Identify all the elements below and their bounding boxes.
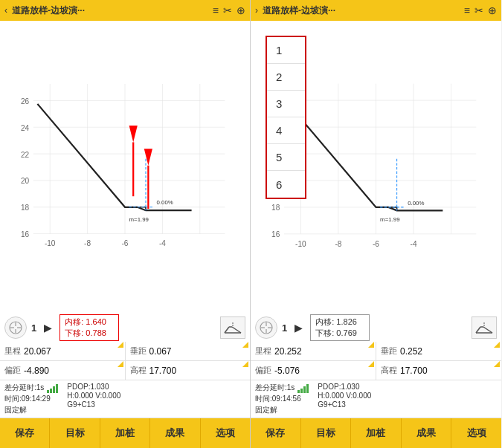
right-compass-btn[interactable] bbox=[255, 316, 277, 339]
right-offset-value: -5.076 bbox=[274, 366, 300, 376]
right-mileage-tri bbox=[368, 342, 374, 348]
left-save-btn[interactable]: 保存 bbox=[0, 418, 50, 448]
left-offset-label: 偏距 bbox=[4, 365, 21, 376]
left-tool-icon[interactable]: ✂ bbox=[223, 4, 232, 16]
right-menu-icon[interactable]: ≡ bbox=[464, 4, 470, 16]
right-signal-bars bbox=[297, 383, 309, 393]
right-pdop-row: PDOP:1.030 bbox=[318, 383, 371, 391]
right-satellite-label: G9+C13 bbox=[318, 400, 346, 409]
right-target-btn[interactable]: 目标 bbox=[301, 418, 352, 448]
rbar4 bbox=[306, 384, 309, 393]
right-header: › 道路放样-边坡演··· ≡ ✂ ⊕ bbox=[251, 0, 501, 21]
right-target-icon[interactable]: ⊕ bbox=[488, 4, 497, 16]
left-compass-btn[interactable] bbox=[4, 316, 27, 339]
left-diff-row: 差分延时:1s bbox=[4, 383, 58, 393]
left-info-bar: 1 ▶ 内移: 1.640 下移: 0.788 bbox=[0, 314, 250, 342]
popup-item-4[interactable]: 4 bbox=[267, 117, 305, 144]
left-vdist-value: 0.067 bbox=[149, 346, 172, 357]
left-shift-box: 内移: 1.640 下移: 0.788 bbox=[59, 314, 119, 342]
left-pdop-label: PDOP:1.030 bbox=[67, 383, 109, 391]
left-offset-tri bbox=[118, 361, 123, 367]
popup-item-5[interactable]: 5 bbox=[267, 144, 305, 171]
right-offset-cell: 偏距 -5.076 bbox=[251, 361, 376, 380]
right-mileage-cell: 里程 20.252 bbox=[251, 342, 376, 360]
left-mileage-cell: 里程 20.067 bbox=[0, 342, 126, 360]
left-satellite-row: G9+C13 bbox=[67, 400, 120, 409]
right-terrain-icon[interactable] bbox=[472, 316, 497, 339]
right-vdist-cell: 垂距 0.252 bbox=[376, 342, 501, 360]
right-elev-cell: 高程 17.700 bbox=[376, 361, 501, 380]
svg-text:-6: -6 bbox=[373, 240, 379, 248]
left-fix-label: 固定解 bbox=[4, 406, 27, 414]
right-nav-btn[interactable]: ▶ bbox=[292, 320, 306, 335]
right-mileage-label: 里程 bbox=[255, 345, 271, 357]
left-down-move: 下移: 0.788 bbox=[65, 328, 114, 339]
left-target-btn[interactable]: 目标 bbox=[50, 418, 100, 448]
left-options-btn[interactable]: 选项 bbox=[201, 418, 250, 448]
left-nav-btn[interactable]: ▶ bbox=[41, 320, 55, 335]
right-back-arrow[interactable]: › bbox=[255, 5, 258, 16]
left-header: ‹ 道路放样-边坡演··· ≡ ✂ ⊕ bbox=[0, 0, 250, 21]
svg-text:-10: -10 bbox=[45, 239, 56, 247]
right-stats: 里程 20.252 垂距 0.252 偏距 -5.076 高程 17.700 bbox=[251, 342, 501, 380]
left-result-btn[interactable]: 成果 bbox=[150, 418, 200, 448]
left-offset-value: -4.890 bbox=[24, 366, 49, 376]
svg-line-37 bbox=[232, 327, 241, 333]
right-vdist-value: 0.252 bbox=[400, 346, 422, 357]
right-save-btn[interactable]: 保存 bbox=[251, 418, 301, 448]
right-diff-label: 差分延时:1s bbox=[255, 383, 295, 393]
bar1 bbox=[47, 390, 49, 393]
bar2 bbox=[50, 389, 52, 393]
right-title: 道路放样-边坡演··· bbox=[263, 4, 460, 17]
popup-item-3[interactable]: 3 bbox=[267, 91, 305, 117]
left-page-num: 1 bbox=[31, 322, 36, 334]
right-down-move: 下移: 0.769 bbox=[315, 328, 364, 339]
left-stats: 里程 20.067 垂距 0.067 偏距 -4.890 高程 17.700 bbox=[0, 342, 250, 380]
svg-text:20: 20 bbox=[21, 177, 30, 185]
left-pdop-row: PDOP:1.030 bbox=[67, 383, 120, 391]
svg-text:18: 18 bbox=[271, 204, 280, 212]
left-back-arrow[interactable]: ‹ bbox=[4, 5, 7, 16]
svg-text:m=1.99: m=1.99 bbox=[129, 216, 149, 223]
popup-item-2[interactable]: 2 bbox=[267, 64, 305, 91]
right-time-row: 时间:09:14:56 bbox=[255, 394, 309, 404]
svg-text:16: 16 bbox=[271, 230, 280, 238]
left-diff-label: 差分延时:1s bbox=[4, 383, 44, 393]
rbar2 bbox=[300, 389, 303, 393]
right-diff-row: 差分延时:1s bbox=[255, 383, 309, 393]
right-signal-info: 差分延时:1s 时间:09:14:56 固定解 bbox=[255, 383, 309, 415]
left-satellite-label: G9+C13 bbox=[67, 400, 95, 409]
rbar3 bbox=[303, 386, 306, 393]
left-title: 道路放样-边坡演··· bbox=[12, 4, 208, 17]
left-target-icon[interactable]: ⊕ bbox=[236, 4, 245, 16]
right-in-move: 内移: 1.826 bbox=[315, 316, 364, 328]
left-hv-label: H:0.000 V:0.000 bbox=[67, 392, 120, 400]
left-elev-cell: 高程 17.700 bbox=[126, 361, 251, 380]
right-result-btn[interactable]: 成果 bbox=[402, 418, 452, 448]
popup-item-1[interactable]: 1 bbox=[267, 37, 305, 64]
svg-text:-8: -8 bbox=[84, 239, 91, 247]
right-signal-area: 差分延时:1s 时间:09:14:56 固定解 PDOP:1.030 H:0.0 bbox=[251, 380, 501, 418]
svg-text:-8: -8 bbox=[335, 240, 341, 248]
svg-text:-4: -4 bbox=[411, 240, 417, 248]
right-pdop-info: PDOP:1.030 H:0.000 V:0.000 G9+C13 bbox=[318, 383, 371, 415]
left-menu-icon[interactable]: ≡ bbox=[213, 4, 219, 16]
right-options-btn[interactable]: 选项 bbox=[451, 418, 501, 448]
popup-item-6[interactable]: 6 bbox=[267, 171, 305, 198]
right-panel: › 道路放样-边坡演··· ≡ ✂ ⊕ 26 24 22 20 bbox=[251, 0, 501, 448]
right-tool-icon[interactable]: ✂ bbox=[474, 4, 483, 16]
rbar1 bbox=[297, 390, 300, 393]
right-fix-row: 固定解 bbox=[255, 405, 309, 415]
left-pdop-info: PDOP:1.030 H:0.000 V:0.000 G9+C13 bbox=[67, 383, 120, 415]
right-chart-container: 26 24 22 20 18 16 -10 -8 -6 -4 0.00% m=1… bbox=[251, 21, 501, 314]
right-popup-list[interactable]: 1 2 3 4 5 6 bbox=[266, 36, 306, 199]
left-time-row: 时间:09:14:29 bbox=[4, 394, 58, 404]
left-stake-btn[interactable]: 加桩 bbox=[100, 418, 150, 448]
left-in-move: 内移: 1.640 bbox=[65, 316, 114, 328]
right-stake-btn[interactable]: 加桩 bbox=[351, 418, 402, 448]
left-vdist-tri bbox=[242, 342, 248, 348]
left-signal-bars bbox=[47, 383, 58, 393]
left-terrain-icon[interactable] bbox=[220, 316, 245, 339]
right-elev-label: 高程 bbox=[381, 365, 397, 376]
left-mileage-value: 20.067 bbox=[24, 346, 51, 357]
